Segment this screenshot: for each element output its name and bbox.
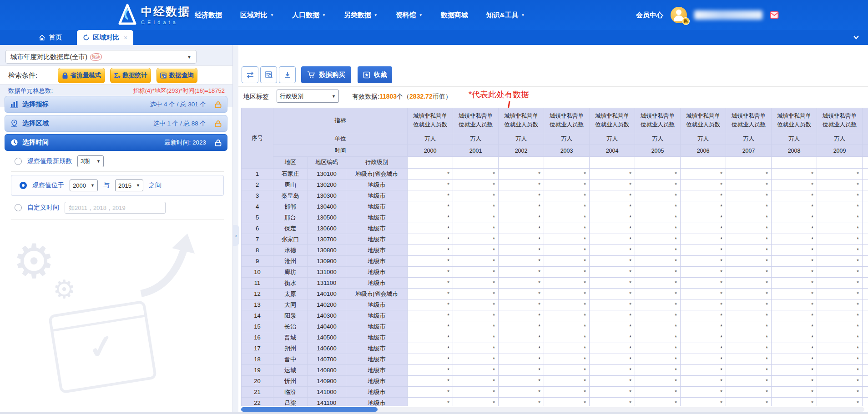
data-cell[interactable]: *	[499, 267, 544, 278]
data-cell[interactable]: *	[726, 387, 772, 398]
data-cell[interactable]: *	[408, 256, 453, 267]
data-cell[interactable]: *	[681, 256, 726, 267]
table-row[interactable]: 7张家口130700地级市***********	[242, 234, 868, 245]
data-cell[interactable]: *	[408, 310, 453, 321]
favorite-button[interactable]: 收藏	[358, 66, 392, 83]
data-cell[interactable]: *	[635, 190, 681, 201]
data-cell[interactable]: *	[681, 245, 726, 256]
data-cell[interactable]: *	[635, 180, 681, 190]
data-cell[interactable]: *	[817, 278, 863, 289]
data-cell[interactable]: *	[817, 310, 863, 321]
data-cell[interactable]: *	[772, 354, 817, 365]
data-cell[interactable]: *	[817, 256, 863, 267]
data-cell[interactable]: *	[863, 321, 868, 332]
custom-time-input[interactable]	[65, 202, 166, 214]
data-cell[interactable]: *	[772, 387, 817, 398]
data-cell[interactable]: *	[453, 310, 499, 321]
transpose-button[interactable]	[242, 66, 258, 83]
table-row[interactable]: 17朔州140600地级市***********	[242, 343, 868, 354]
data-cell[interactable]: *	[590, 278, 635, 289]
data-cell[interactable]: *	[681, 190, 726, 201]
data-cell[interactable]: *	[772, 332, 817, 343]
tab-region-compare[interactable]: 区域对比 ×	[77, 30, 133, 45]
menu-item-3[interactable]: 另类数据▼	[344, 11, 378, 20]
data-cell[interactable]: *	[590, 365, 635, 376]
panel-select-region[interactable]: 选择区域 选中 1 个 / 总 88 个	[5, 115, 227, 132]
data-cell[interactable]: *	[863, 387, 868, 398]
data-cell[interactable]: *	[544, 267, 590, 278]
data-cell[interactable]: *	[772, 245, 817, 256]
table-row[interactable]: 2唐山130200地级市***********	[242, 180, 868, 190]
tab-home[interactable]: 首页	[33, 30, 68, 45]
data-cell[interactable]: *	[499, 234, 544, 245]
table-row[interactable]: 19运城140800地级市***********	[242, 365, 868, 376]
data-cell[interactable]: *	[499, 310, 544, 321]
data-cell[interactable]: *	[726, 365, 772, 376]
data-cell[interactable]: *	[408, 245, 453, 256]
table-row[interactable]: 1石家庄130100地级市|省会城市***********	[242, 169, 868, 180]
data-cell[interactable]: *	[453, 223, 499, 234]
data-cell[interactable]: *	[499, 169, 544, 180]
data-cell[interactable]: *	[817, 354, 863, 365]
data-cell[interactable]: *	[681, 310, 726, 321]
traffic-saving-mode-button[interactable]: 省流量模式	[58, 68, 105, 83]
data-cell[interactable]: *	[726, 267, 772, 278]
data-cell[interactable]: *	[635, 212, 681, 223]
data-cell[interactable]: *	[408, 169, 453, 180]
table-row[interactable]: 11衡水131100地级市***********	[242, 278, 868, 289]
data-cell[interactable]: *	[544, 256, 590, 267]
data-cell[interactable]: *	[453, 180, 499, 190]
data-cell[interactable]: *	[863, 289, 868, 299]
data-cell[interactable]: *	[453, 387, 499, 398]
data-cell[interactable]: *	[772, 376, 817, 387]
data-cell[interactable]: *	[863, 343, 868, 354]
data-cell[interactable]: *	[863, 365, 868, 376]
data-cell[interactable]: *	[453, 354, 499, 365]
menu-item-4[interactable]: 资料馆▼	[396, 11, 423, 20]
data-cell[interactable]: *	[772, 289, 817, 299]
table-row[interactable]: 13大同140200地级市***********	[242, 299, 868, 310]
data-cell[interactable]: *	[590, 332, 635, 343]
data-cell[interactable]: *	[590, 398, 635, 406]
data-cell[interactable]: *	[863, 256, 868, 267]
sidebar-collapse-handle[interactable]: ‹	[233, 225, 239, 246]
data-cell[interactable]: *	[726, 223, 772, 234]
data-cell[interactable]: *	[544, 223, 590, 234]
data-cell[interactable]: *	[544, 245, 590, 256]
data-cell[interactable]: *	[726, 398, 772, 406]
data-cell[interactable]: *	[863, 310, 868, 321]
table-row[interactable]: 21临汾141000地级市***********	[242, 387, 868, 398]
data-cell[interactable]: *	[453, 365, 499, 376]
data-cell[interactable]: *	[772, 234, 817, 245]
data-cell[interactable]: *	[408, 387, 453, 398]
data-cell[interactable]: *	[817, 321, 863, 332]
data-cell[interactable]: *	[408, 190, 453, 201]
data-cell[interactable]: *	[408, 299, 453, 310]
data-cell[interactable]: *	[635, 387, 681, 398]
data-cell[interactable]: *	[635, 267, 681, 278]
data-cell[interactable]: *	[817, 376, 863, 387]
data-cell[interactable]: *	[544, 387, 590, 398]
data-cell[interactable]: *	[453, 321, 499, 332]
table-row[interactable]: 3秦皇岛130300地级市***********	[242, 190, 868, 201]
data-cell[interactable]: *	[499, 223, 544, 234]
data-cell[interactable]: *	[408, 267, 453, 278]
data-cell[interactable]: *	[726, 299, 772, 310]
data-cell[interactable]: *	[863, 267, 868, 278]
data-cell[interactable]: *	[499, 299, 544, 310]
data-cell[interactable]: *	[408, 289, 453, 299]
data-cell[interactable]: *	[408, 201, 453, 212]
data-cell[interactable]: *	[453, 299, 499, 310]
data-cell[interactable]: *	[544, 365, 590, 376]
data-cell[interactable]: *	[635, 256, 681, 267]
data-cell[interactable]: *	[499, 212, 544, 223]
data-cell[interactable]: *	[453, 376, 499, 387]
data-cell[interactable]: *	[453, 332, 499, 343]
data-cell[interactable]: *	[544, 310, 590, 321]
data-cell[interactable]: *	[726, 190, 772, 201]
data-cell[interactable]: *	[408, 332, 453, 343]
year-to-select[interactable]: 2015 ▼	[115, 180, 143, 191]
data-cell[interactable]: *	[817, 332, 863, 343]
data-cell[interactable]: *	[453, 289, 499, 299]
avatar[interactable]: 集	[671, 7, 687, 23]
